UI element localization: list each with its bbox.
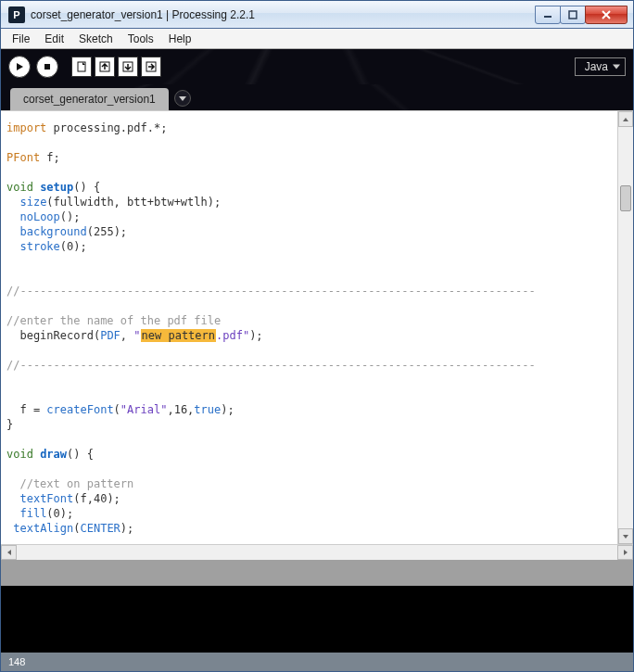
app-icon: P bbox=[8, 6, 25, 23]
svg-rect-0 bbox=[544, 16, 552, 18]
scroll-up-button[interactable] bbox=[618, 111, 633, 127]
scroll-down-button[interactable] bbox=[618, 528, 633, 544]
new-button[interactable] bbox=[71, 57, 92, 77]
menu-bar: File Edit Sketch Tools Help bbox=[1, 29, 633, 49]
close-button[interactable] bbox=[585, 6, 628, 24]
svg-rect-4 bbox=[78, 62, 85, 71]
toolbar: Java bbox=[1, 49, 633, 84]
editor-area: import processing.pdf.*; PFont f; void s… bbox=[1, 110, 633, 671]
mode-selector[interactable]: Java bbox=[575, 57, 626, 76]
code-editor[interactable]: import processing.pdf.*; PFont f; void s… bbox=[1, 111, 617, 544]
svg-marker-9 bbox=[623, 535, 628, 539]
menu-sketch[interactable]: Sketch bbox=[71, 31, 120, 47]
minimize-button[interactable] bbox=[535, 6, 561, 24]
window-title: corset_generator_version1 | Processing 2… bbox=[31, 8, 536, 21]
svg-marker-10 bbox=[7, 550, 11, 555]
tab-bar: corset_generator_version1 bbox=[1, 84, 633, 110]
stop-icon bbox=[43, 62, 52, 71]
tab-dropdown-button[interactable] bbox=[174, 90, 191, 107]
svg-rect-3 bbox=[44, 64, 50, 70]
svg-marker-8 bbox=[623, 118, 628, 121]
titlebar[interactable]: P corset_generator_version1 | Processing… bbox=[1, 1, 633, 29]
export-arrow-right-icon bbox=[145, 60, 158, 73]
stop-button[interactable] bbox=[36, 56, 58, 78]
play-icon bbox=[15, 62, 24, 71]
app-window: P corset_generator_version1 | Processing… bbox=[0, 0, 634, 672]
line-number: 148 bbox=[8, 656, 25, 667]
scroll-left-button[interactable] bbox=[1, 545, 17, 560]
svg-rect-1 bbox=[569, 11, 577, 19]
svg-marker-2 bbox=[17, 63, 23, 70]
status-bar: 148 bbox=[1, 653, 633, 671]
scroll-right-button[interactable] bbox=[617, 545, 633, 560]
scroll-thumb[interactable] bbox=[620, 185, 631, 211]
window-controls bbox=[536, 6, 628, 24]
svg-marker-11 bbox=[624, 550, 628, 555]
open-arrow-up-icon bbox=[98, 60, 111, 73]
menu-help[interactable]: Help bbox=[161, 31, 199, 47]
menu-edit[interactable]: Edit bbox=[37, 31, 71, 47]
maximize-button[interactable] bbox=[560, 6, 586, 24]
export-button[interactable] bbox=[141, 57, 161, 77]
horizontal-scrollbar[interactable] bbox=[1, 544, 633, 560]
new-file-icon bbox=[75, 60, 88, 73]
message-area bbox=[1, 560, 633, 586]
console-output[interactable] bbox=[1, 586, 633, 653]
sketch-tab[interactable]: corset_generator_version1 bbox=[10, 88, 169, 110]
save-button[interactable] bbox=[118, 57, 138, 77]
menu-tools[interactable]: Tools bbox=[120, 31, 161, 47]
menu-file[interactable]: File bbox=[5, 31, 37, 47]
open-button[interactable] bbox=[95, 57, 115, 77]
vertical-scrollbar[interactable] bbox=[617, 111, 633, 544]
save-arrow-down-icon bbox=[121, 60, 134, 73]
run-button[interactable] bbox=[8, 56, 31, 78]
